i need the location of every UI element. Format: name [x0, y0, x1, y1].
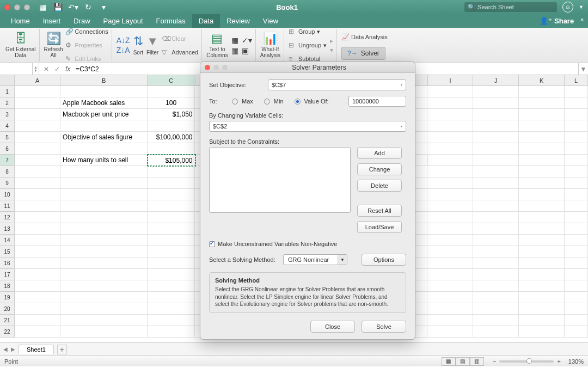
cell-K13[interactable] [519, 223, 565, 235]
max-radio[interactable]: Max [232, 98, 253, 105]
row-header-20[interactable]: 20 [0, 303, 15, 315]
cell-I8[interactable] [427, 166, 473, 177]
tab-insert[interactable]: Insert [36, 14, 68, 28]
cell-B7[interactable]: How many units to sell [60, 155, 148, 166]
refresh-all-button[interactable]: 🔄 Refresh All [44, 32, 63, 58]
cell-A10[interactable] [15, 189, 60, 200]
cell-K6[interactable] [519, 143, 565, 155]
normal-view-icon[interactable]: ▦ [442, 357, 456, 366]
sort-button[interactable]: ⇅ Sort [133, 35, 143, 55]
set-objective-input[interactable]: $C$7 ▪ [268, 79, 406, 90]
cell-J16[interactable] [473, 257, 519, 269]
row-header-15[interactable]: 15 [0, 246, 15, 257]
cell-J17[interactable] [473, 269, 519, 280]
cell-I12[interactable] [427, 212, 473, 223]
cell-I7[interactable] [428, 155, 474, 166]
cell-C18[interactable] [148, 280, 195, 292]
cell-I18[interactable] [427, 280, 473, 292]
cell-I6[interactable] [427, 143, 473, 155]
close-button[interactable]: Close [310, 321, 355, 333]
column-header-A[interactable]: A [15, 75, 60, 85]
column-header-B[interactable]: B [60, 75, 148, 85]
cell-L17[interactable] [565, 269, 588, 280]
formula-input[interactable]: =C3*C2 [76, 65, 99, 73]
hide-detail-icon[interactable]: ▾ [330, 46, 333, 54]
zoom-in-icon[interactable]: + [557, 358, 560, 365]
cell-L9[interactable] [565, 177, 588, 189]
cell-J6[interactable] [473, 143, 519, 155]
cell-K12[interactable] [519, 212, 565, 223]
cell-I1[interactable] [427, 86, 473, 97]
advanced-button[interactable]: ▽Advanced [162, 46, 198, 58]
page-layout-view-icon[interactable]: ▤ [456, 357, 470, 366]
add-sheet-button[interactable]: + [57, 345, 67, 354]
row-header-16[interactable]: 16 [0, 257, 15, 269]
cell-L5[interactable] [565, 132, 588, 143]
row-header-22[interactable]: 22 [0, 326, 15, 338]
cell-A12[interactable] [15, 212, 60, 223]
cell-J4[interactable] [473, 120, 519, 132]
min-radio[interactable]: Min [264, 98, 284, 105]
minimize-window-icon[interactable] [14, 4, 20, 10]
row-header-7[interactable]: 7 [0, 155, 15, 166]
group-button[interactable]: ⊞Group ▾ [289, 26, 327, 38]
cell-A2[interactable] [15, 97, 60, 109]
cell-L19[interactable] [565, 292, 588, 303]
cell-A4[interactable] [15, 120, 60, 132]
cell-B4[interactable] [60, 120, 148, 132]
cell-L4[interactable] [565, 120, 588, 132]
delete-constraint-button[interactable]: Delete [357, 180, 402, 192]
column-header-I[interactable]: I [428, 75, 474, 85]
cell-C19[interactable] [148, 292, 195, 303]
collapse-dialog-icon[interactable]: ▪ [401, 82, 402, 88]
cell-B6[interactable] [60, 143, 148, 155]
cell-L12[interactable] [565, 212, 588, 223]
cell-A16[interactable] [15, 257, 60, 269]
autosave-icon[interactable]: ▦ [36, 3, 48, 11]
cell-B10[interactable] [60, 189, 148, 200]
cell-C4[interactable] [148, 120, 195, 132]
cell-C15[interactable] [148, 246, 195, 257]
cell-C20[interactable] [148, 303, 195, 315]
cell-L14[interactable] [565, 235, 588, 246]
cell-J14[interactable] [473, 235, 519, 246]
cell-B2[interactable]: Apple Macbook sales [60, 97, 148, 109]
get-external-data-button[interactable]: 🗄 Get External Data [5, 32, 36, 58]
cell-I9[interactable] [427, 177, 473, 189]
zoom-slider[interactable] [499, 360, 554, 363]
tab-home[interactable]: Home [4, 14, 36, 28]
cell-K15[interactable] [519, 246, 565, 257]
cell-C11[interactable] [148, 200, 195, 212]
cell-A7[interactable] [15, 155, 60, 166]
column-header-L[interactable]: L [565, 75, 588, 85]
cell-B20[interactable] [60, 303, 148, 315]
cell-J7[interactable] [473, 155, 519, 166]
cell-J20[interactable] [473, 303, 519, 315]
cell-I15[interactable] [427, 246, 473, 257]
cell-L15[interactable] [565, 246, 588, 257]
load-save-button[interactable]: Load/Save [357, 221, 402, 233]
cell-L18[interactable] [565, 280, 588, 292]
cell-J1[interactable] [473, 86, 519, 97]
connections-button[interactable]: 🔗Connections [65, 26, 108, 38]
cell-I17[interactable] [427, 269, 473, 280]
cell-K7[interactable] [519, 155, 565, 166]
cell-B3[interactable]: Macbook per unit price [60, 109, 148, 120]
row-header-18[interactable]: 18 [0, 280, 15, 292]
cell-C21[interactable] [148, 315, 195, 326]
add-constraint-button[interactable]: Add [357, 147, 402, 159]
show-detail-icon[interactable]: ▸ [330, 37, 333, 45]
cell-K1[interactable] [519, 86, 565, 97]
cell-A19[interactable] [15, 292, 60, 303]
cell-L20[interactable] [565, 303, 588, 315]
row-header-14[interactable]: 14 [0, 235, 15, 246]
search-sheet-input[interactable]: 🔍 Search Sheet [464, 2, 557, 12]
save-icon[interactable]: 💾 [52, 3, 64, 11]
undo-icon[interactable]: ↶▾ [67, 3, 79, 11]
cell-I10[interactable] [427, 189, 473, 200]
cell-B11[interactable] [60, 200, 148, 212]
cell-L13[interactable] [565, 223, 588, 235]
cell-J12[interactable] [473, 212, 519, 223]
cell-J11[interactable] [473, 200, 519, 212]
cell-K14[interactable] [519, 235, 565, 246]
